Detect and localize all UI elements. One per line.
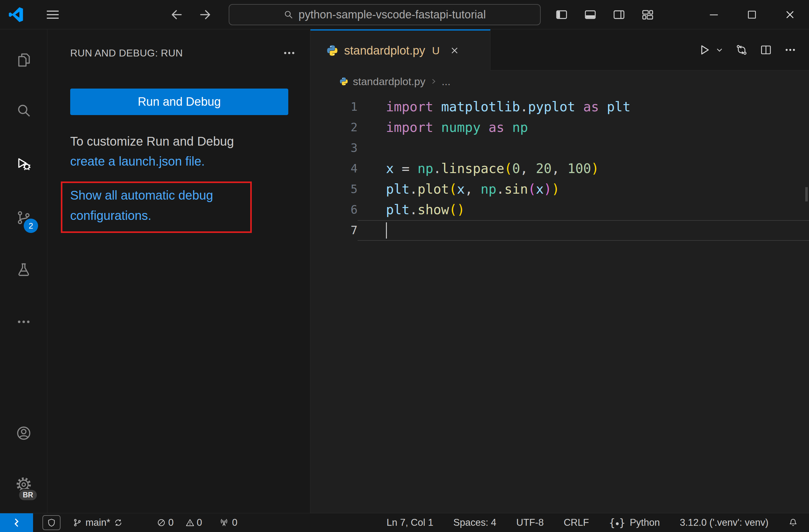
indentation-status[interactable]: Spaces: 4 — [453, 517, 496, 528]
line-number: 3 — [310, 138, 358, 158]
code-line[interactable]: 1import matplotlib.pyplot as plt — [310, 97, 809, 117]
search-icon — [283, 10, 294, 20]
views-more-actions-icon[interactable] — [282, 46, 296, 60]
layout-controls — [554, 7, 655, 22]
show-auto-debug-configs-link[interactable]: Show all automatic debug configurations. — [70, 185, 223, 226]
problems-status[interactable]: 0 0 — [157, 517, 202, 528]
sync-icon — [114, 518, 123, 527]
sidebar: RUN AND DEBUG: RUN Run and Debug To cust… — [48, 29, 310, 513]
branch-icon — [73, 518, 82, 527]
code-text: import matplotlib.pyplot as plt — [358, 97, 809, 117]
window-controls — [695, 0, 809, 29]
git-branch-status[interactable]: main* — [73, 517, 123, 528]
code-line[interactable]: 2import numpy as np — [310, 117, 809, 138]
editor-toolbar — [490, 29, 809, 70]
python-icon — [339, 77, 348, 86]
remote-indicator[interactable] — [0, 513, 33, 532]
python-interpreter-status[interactable]: 3.12.0 ('.venv': venv) — [680, 517, 769, 528]
run-python-file-icon[interactable] — [698, 43, 711, 56]
customize-hint-text: To customize Run and Debug — [70, 131, 270, 151]
create-launch-json-link[interactable]: create a launch.json file. — [70, 151, 270, 171]
tab-standardplot-py[interactable]: standardplot.py U — [310, 29, 490, 70]
line-number: 7 — [310, 220, 358, 241]
python-icon — [326, 44, 339, 57]
chevron-right-icon — [430, 78, 437, 85]
title-bar: python-sample-vscode-fastapi-tutorial — [0, 0, 809, 29]
radio-tower-icon — [220, 518, 228, 527]
eol-status[interactable]: CRLF — [564, 517, 589, 528]
breadcrumb: standardplot.py ... — [310, 70, 809, 92]
workspace-trust-shield-icon[interactable] — [42, 515, 61, 530]
close-icon[interactable] — [771, 0, 809, 29]
run-and-debug-button[interactable]: Run and Debug — [70, 89, 288, 115]
line-number: 5 — [310, 179, 358, 199]
scm-badge: 2 — [24, 218, 38, 233]
customize-layout-icon[interactable] — [640, 7, 655, 22]
line-number: 2 — [310, 117, 358, 138]
vscode-logo-icon — [9, 7, 24, 22]
account-icon[interactable] — [16, 425, 32, 441]
open-changes-icon[interactable] — [735, 44, 748, 56]
editor-more-actions-icon[interactable] — [784, 44, 796, 56]
warning-icon — [186, 518, 194, 527]
code-line[interactable]: 5plt.plot(x, np.sin(x)) — [310, 179, 809, 199]
forward-arrow-icon[interactable] — [196, 7, 214, 22]
ports-status[interactable]: 0 — [220, 517, 237, 528]
breadcrumb-file[interactable]: standardplot.py — [353, 75, 426, 88]
code-line[interactable]: 6plt.show() — [310, 199, 809, 220]
warning-count: 0 — [197, 517, 202, 528]
code-text: import numpy as np — [358, 117, 809, 138]
toggle-panel-icon[interactable] — [583, 7, 598, 22]
code-text: plt.plot(x, np.sin(x)) — [358, 179, 809, 199]
encoding-status[interactable]: UTF-8 — [516, 517, 544, 528]
code-area[interactable]: 1import matplotlib.pyplot as plt2import … — [310, 92, 809, 241]
minimize-icon[interactable] — [695, 0, 733, 29]
tab-close-icon[interactable] — [448, 44, 462, 57]
overview-ruler-mark — [805, 187, 808, 201]
code-text — [358, 220, 809, 241]
breadcrumb-symbol[interactable]: ... — [442, 75, 450, 88]
command-center-search[interactable]: python-sample-vscode-fastapi-tutorial — [229, 4, 541, 25]
branch-name: main* — [85, 517, 110, 528]
code-text — [358, 138, 809, 158]
search-view-icon[interactable] — [16, 103, 32, 119]
code-text: plt.show() — [358, 199, 809, 220]
code-text: x = np.linspace(0, 20, 100) — [358, 158, 809, 179]
cursor-position-status[interactable]: Ln 7, Col 1 — [386, 517, 433, 528]
customize-hint: To customize Run and Debug create a laun… — [70, 131, 270, 171]
line-number: 4 — [310, 158, 358, 179]
code-lines: 1import matplotlib.pyplot as plt2import … — [310, 97, 809, 241]
back-arrow-icon[interactable] — [168, 7, 185, 22]
notifications-bell-icon[interactable] — [788, 518, 798, 527]
testing-icon[interactable] — [16, 262, 32, 278]
activity-bar: 2 BR — [0, 29, 48, 513]
ports-count: 0 — [232, 517, 237, 528]
more-views-icon[interactable] — [16, 314, 32, 330]
command-center-text: python-sample-vscode-fastapi-tutorial — [298, 8, 486, 21]
sidebar-header: RUN AND DEBUG: RUN — [70, 42, 296, 64]
toggle-sidebar-icon[interactable] — [554, 7, 569, 22]
split-editor-icon[interactable] — [760, 44, 772, 56]
text-cursor — [386, 222, 387, 238]
maximize-icon[interactable] — [733, 0, 771, 29]
language-mode-status[interactable]: {} Python — [609, 517, 660, 529]
status-bar: main* 0 0 — [0, 513, 809, 532]
error-count: 0 — [168, 517, 173, 528]
language-name: Python — [630, 517, 660, 528]
toggle-secondary-sidebar-icon[interactable] — [612, 7, 626, 22]
code-line[interactable]: 7 — [310, 220, 809, 241]
tab-git-status-badge: U — [432, 45, 440, 57]
run-dropdown-chevron-icon[interactable] — [716, 46, 724, 54]
profile-badge[interactable]: BR — [18, 489, 38, 501]
line-number: 1 — [310, 97, 358, 117]
menu-icon[interactable] — [44, 7, 62, 22]
code-line[interactable]: 4x = np.linspace(0, 20, 100) — [310, 158, 809, 179]
sidebar-title: RUN AND DEBUG: RUN — [70, 48, 183, 59]
code-line[interactable]: 3 — [310, 138, 809, 158]
line-number: 6 — [310, 199, 358, 220]
tab-strip: standardplot.py U — [310, 29, 809, 70]
explorer-icon[interactable] — [16, 52, 32, 68]
run-debug-icon[interactable] — [16, 156, 32, 172]
tab-label: standardplot.py — [344, 44, 425, 57]
language-braces-icon: {} — [609, 517, 625, 529]
